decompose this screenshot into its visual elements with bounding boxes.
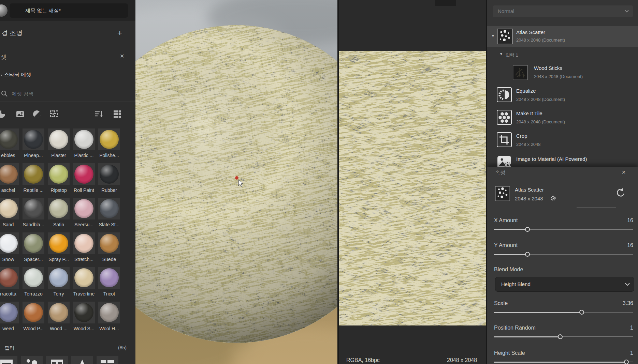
param-value[interactable]: 1 <box>630 325 633 331</box>
slider-handle[interactable] <box>525 252 530 257</box>
slider-handle[interactable] <box>624 360 629 364</box>
material-swatch-suede[interactable]: Suede <box>97 232 122 262</box>
material-swatch-rracotta[interactable]: rracotta <box>0 267 21 297</box>
close-icon[interactable]: × <box>118 52 126 60</box>
material-thumbnail[interactable] <box>23 302 44 323</box>
material-thumbnail[interactable] <box>73 302 95 323</box>
image-icon[interactable] <box>16 110 25 119</box>
material-thumbnail[interactable] <box>0 128 19 150</box>
material-swatch-aschel[interactable]: aschel <box>0 163 21 193</box>
material-swatch-spray-p[interactable]: Spray P... <box>46 232 71 262</box>
grid-view-icon[interactable] <box>113 110 122 119</box>
material-thumbnail[interactable] <box>98 163 120 185</box>
collapse-triangle-icon[interactable]: ▼ <box>491 34 495 38</box>
param-value[interactable]: 1 <box>630 350 633 356</box>
param-value[interactable]: 16 <box>627 217 633 224</box>
filter-tile-stripes-icon[interactable] <box>97 356 118 364</box>
layer-row-equalize[interactable]: Equalize 2048 x 2048 (Document) <box>487 86 638 105</box>
material-thumbnail[interactable] <box>48 163 70 185</box>
material-sphere-icon[interactable] <box>0 110 6 119</box>
input-group-row[interactable]: ▼ 입력 1 <box>487 51 638 59</box>
x-amount-slider[interactable] <box>494 227 633 232</box>
slider-handle[interactable] <box>525 227 530 232</box>
filter-tile-window-icon[interactable] <box>0 356 17 364</box>
material-swatch-plaster[interactable]: Plaster <box>46 128 71 158</box>
collapse-triangle-icon[interactable]: ▼ <box>499 52 503 56</box>
material-swatch-terry[interactable]: Terry <box>46 267 71 297</box>
material-swatch-travertine[interactable]: Travertine <box>71 267 97 297</box>
material-swatch-snow[interactable]: Snow <box>0 232 21 262</box>
gear-icon[interactable] <box>550 195 556 201</box>
material-thumbnail[interactable] <box>73 198 95 219</box>
material-thumbnail[interactable] <box>23 198 44 219</box>
material-swatch-wood-s[interactable]: Wood S... <box>71 302 97 331</box>
material-thumbnail[interactable] <box>98 267 120 289</box>
material-swatch-ebbles[interactable]: ebbles <box>0 128 21 158</box>
material-thumbnail[interactable] <box>0 232 19 254</box>
layer-row-atlas-scatter[interactable]: ▼ Atlas Scatter 2048 x 2048 (Document) <box>487 26 638 47</box>
asset-search-field[interactable]: 에셋 검색 <box>0 89 135 100</box>
filter-tile-scatter-icon[interactable] <box>21 356 43 364</box>
scale-slider[interactable] <box>494 310 633 315</box>
material-thumbnail[interactable] <box>23 232 44 254</box>
material-thumbnail[interactable] <box>48 267 70 289</box>
viewport-3d[interactable] <box>135 0 337 364</box>
material-swatch-sandbla[interactable]: Sandbla... <box>21 198 46 227</box>
material-swatch-terrazzo[interactable]: Terrazzo <box>21 267 46 297</box>
sort-icon[interactable] <box>95 110 103 119</box>
environment-light-row[interactable]: 경 조명 + <box>0 25 135 42</box>
material-swatch-wood[interactable]: Wood ... <box>46 302 71 331</box>
material-thumbnail[interactable] <box>98 302 120 323</box>
material-thumbnail[interactable] <box>73 163 95 185</box>
material-swatch-seersu[interactable]: Seersu... <box>71 198 97 227</box>
material-swatch-tricot[interactable]: Tricot <box>97 267 122 297</box>
material-thumbnail[interactable] <box>23 267 44 289</box>
material-thumbnail[interactable] <box>0 267 19 289</box>
material-thumbnail[interactable] <box>0 163 19 185</box>
contrast-icon[interactable] <box>32 110 41 119</box>
material-thumbnail[interactable] <box>0 302 19 323</box>
close-icon[interactable]: × <box>620 168 628 176</box>
filter-tile-mountain-icon[interactable] <box>71 356 93 364</box>
material-thumbnail[interactable] <box>98 198 120 219</box>
slider-handle[interactable] <box>558 334 563 339</box>
material-swatch-weed[interactable]: weed <box>0 302 21 331</box>
param-value[interactable]: 16 <box>627 242 633 248</box>
material-name-box[interactable]: 제목 없는 재질* <box>10 3 128 18</box>
material-swatch-rubber[interactable]: Rubber <box>97 163 122 193</box>
material-thumbnail[interactable] <box>0 198 19 219</box>
fabric-icon[interactable] <box>49 110 58 119</box>
material-thumbnail[interactable] <box>73 128 95 150</box>
material-swatch-satin[interactable]: Satin <box>46 198 71 227</box>
material-swatch-ripstop[interactable]: Ripstop <box>46 163 71 193</box>
y-amount-slider[interactable] <box>494 252 633 257</box>
material-swatch-sand[interactable]: Sand <box>0 198 21 227</box>
viewport-2d[interactable]: RGBA, 16bpc 2048 x 2048 <box>339 0 486 364</box>
material-thumbnail[interactable] <box>23 128 44 150</box>
layer-row-wood-sticks[interactable]: Wood Sticks 2048 x 2048 (Document) <box>487 63 638 82</box>
filter-tile-table-icon[interactable] <box>46 356 68 364</box>
reset-undo-icon[interactable] <box>615 188 625 197</box>
material-swatch-reptile[interactable]: Reptile ... <box>21 163 46 193</box>
layer-row-make-it-tile[interactable]: Make It Tile 2048 x 2048 (Document) <box>487 108 638 127</box>
material-swatch-slate-st[interactable]: Slate St... <box>97 198 122 227</box>
material-swatch-wool-h[interactable]: Wool H... <box>97 302 122 331</box>
material-swatch-polishe[interactable]: Polishe... <box>97 128 122 158</box>
layer-row-image-to-material[interactable]: Image to Material (AI Powered) <box>487 153 638 167</box>
material-swatch-roll-paint[interactable]: Roll Paint <box>71 163 97 193</box>
material-thumbnail[interactable] <box>23 163 44 185</box>
material-swatch-stretch[interactable]: Stretch... <box>71 232 97 262</box>
material-swatch-plastic[interactable]: Plastic ... <box>71 128 97 158</box>
material-swatch-pineap[interactable]: Pineap... <box>21 128 46 158</box>
position-random-slider[interactable] <box>494 334 633 339</box>
material-thumbnail[interactable] <box>48 198 70 219</box>
blend-mode-dropdown[interactable]: Height Blend <box>495 277 634 292</box>
material-swatch-spacer[interactable]: Spacer... <box>21 232 46 262</box>
material-swatch-wood-p[interactable]: Wood P... <box>21 302 46 331</box>
slider-handle[interactable] <box>579 310 584 315</box>
material-thumbnail[interactable] <box>73 232 95 254</box>
material-thumbnail[interactable] <box>73 267 95 289</box>
material-thumbnail[interactable] <box>48 232 70 254</box>
add-environment-button[interactable]: + <box>115 27 125 39</box>
material-thumbnail[interactable] <box>48 128 70 150</box>
